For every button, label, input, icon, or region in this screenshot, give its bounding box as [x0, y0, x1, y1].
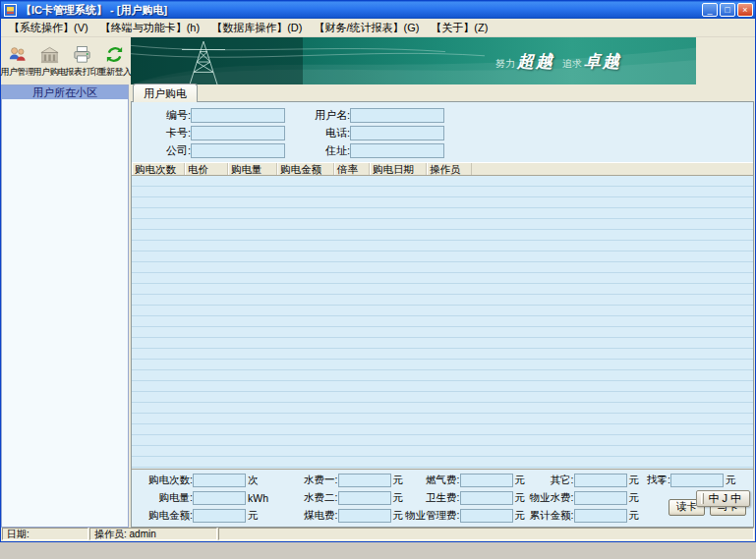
number-field-group: 编号:	[140, 108, 285, 123]
toolbar-report-print-button[interactable]: 报表打印	[66, 37, 98, 84]
gas-fee-input[interactable]	[460, 474, 513, 487]
main-area: 用户购电 编号: 用户名: 卡号:	[130, 84, 755, 528]
gas-fee-unit: 元	[515, 474, 526, 487]
toolbar-user-management-button[interactable]: 用户管理	[1, 37, 33, 84]
property-mgmt-fee-input[interactable]	[460, 509, 513, 523]
company-field-group: 公司:	[140, 143, 285, 158]
maximize-button[interactable]: □	[720, 3, 735, 17]
address-label: 住址:	[299, 143, 350, 158]
gas-fee-group: 燃气费: 元	[403, 474, 525, 487]
menu-finance-reports[interactable]: 【财务/统计报表】(G)	[308, 19, 425, 37]
card-number-input[interactable]	[191, 126, 285, 140]
coal-fee-label: 煤电费:	[297, 509, 338, 523]
slogan-big-1: 超越	[517, 52, 554, 71]
sidebar: 用户所在小区	[1, 84, 129, 528]
user-purchase-panel: 编号: 用户名: 卡号: 电话:	[131, 101, 754, 528]
menu-system-operations[interactable]: 【系统操作】(V)	[3, 19, 94, 37]
purchase-energy-input[interactable]	[193, 491, 246, 505]
users-icon	[7, 44, 28, 65]
sidebar-header: 用户所在小区	[2, 85, 128, 99]
other-fee-input[interactable]	[574, 474, 627, 487]
tab-strip: 用户购电	[131, 84, 754, 101]
purchase-amount-label: 购电金额:	[134, 509, 193, 523]
menu-terminal-function-card[interactable]: 【终端与功能卡】(h)	[94, 19, 205, 37]
card-number-label: 卡号:	[140, 126, 191, 140]
grid-header-row: 购电次数 电价 购电量 购电金额 倍率 购电日期 操作员	[132, 162, 753, 176]
other-fee-label: 其它:	[525, 474, 574, 487]
minimize-button[interactable]: _	[702, 3, 718, 17]
content-area: 用户所在小区 用户购电 编号: 用户名:	[1, 84, 755, 528]
toolbar-user-purchase-button[interactable]: 用户购电	[33, 37, 66, 84]
ime-grip-handle[interactable]	[701, 493, 704, 504]
phone-input[interactable]	[350, 126, 444, 140]
purchase-energy-group: 购电量: kWh	[134, 491, 297, 505]
company-input[interactable]	[191, 143, 285, 158]
coal-fee-group: 煤电费: 元	[297, 509, 403, 523]
purchase-amount-input[interactable]	[193, 509, 246, 523]
purchase-form: 购电次数: 次 水费一: 元 燃气费: 元 其	[132, 470, 753, 527]
ime-language-bar[interactable]: 中 J 中	[696, 490, 750, 507]
column-header-operator[interactable]: 操作员	[427, 163, 472, 175]
toolbar-relogin-label: 重新登入	[98, 66, 132, 79]
property-mgmt-fee-group: 物业管理费: 元	[403, 509, 525, 523]
toolbar-user-management-label: 用户管理	[1, 66, 34, 79]
change-label: 找零:	[639, 474, 670, 487]
other-fee-unit: 元	[629, 474, 640, 487]
property-water-fee-unit: 元	[629, 491, 640, 505]
property-mgmt-fee-unit: 元	[515, 509, 526, 523]
water-fee1-unit: 元	[393, 474, 404, 487]
building-icon	[39, 44, 60, 65]
coal-fee-input[interactable]	[338, 509, 391, 523]
toolbar-user-purchase-label: 用户购电	[33, 66, 67, 79]
address-input[interactable]	[350, 143, 444, 158]
total-amount-input[interactable]	[574, 509, 627, 523]
status-date: 日期:	[2, 528, 88, 540]
toolbar-relogin-button[interactable]: 重新登入	[98, 37, 131, 84]
toolbar-report-print-label: 报表打印	[66, 66, 99, 79]
close-button[interactable]: ×	[737, 3, 753, 17]
username-field-group: 用户名:	[299, 108, 444, 123]
water-fee2-group: 水费二: 元	[297, 491, 403, 505]
number-input[interactable]	[191, 108, 285, 123]
status-operator: 操作员: admin	[89, 528, 217, 540]
column-header-multiplier[interactable]: 倍率	[334, 163, 370, 175]
username-input[interactable]	[350, 108, 444, 123]
sanitation-fee-input[interactable]	[460, 491, 513, 505]
change-input[interactable]	[670, 474, 724, 487]
purchase-count-input[interactable]	[193, 474, 246, 487]
total-amount-label: 累计金额:	[525, 509, 574, 523]
other-fee-group: 其它: 元	[525, 474, 639, 487]
property-water-fee-input[interactable]	[574, 491, 627, 505]
ime-mode-text[interactable]: 中 J 中	[708, 491, 741, 506]
banner-slogan: 努力超越追求卓越	[494, 50, 627, 73]
window-title: 【IC卡管理系统】 - [用户购电]	[21, 3, 700, 18]
card-number-field-group: 卡号:	[140, 126, 285, 140]
column-header-energy[interactable]: 购电量	[228, 163, 277, 175]
purchase-amount-unit: 元	[248, 509, 259, 523]
banner: 努力超越追求卓越	[131, 37, 696, 84]
menu-database-operations[interactable]: 【数据库操作】(D)	[205, 19, 308, 37]
water-fee2-input[interactable]	[338, 491, 391, 505]
toolbar: 用户管理 用户购电 报表打印	[1, 37, 755, 84]
app-icon[interactable]	[4, 4, 17, 17]
sidebar-district-tree[interactable]	[2, 99, 128, 527]
column-header-purchase-date[interactable]: 购电日期	[370, 163, 427, 175]
purchase-amount-group: 购电金额: 元	[134, 509, 297, 523]
company-label: 公司:	[140, 143, 191, 158]
phone-label: 电话:	[299, 126, 350, 140]
sanitation-fee-group: 卫生费: 元	[403, 491, 525, 505]
status-bar: 日期: 操作员: admin	[2, 528, 754, 540]
column-header-purchase-count[interactable]: 购电次数	[132, 163, 185, 175]
tab-user-purchase[interactable]: 用户购电	[133, 84, 198, 102]
purchase-count-label: 购电次数:	[134, 474, 193, 487]
water-fee1-input[interactable]	[338, 474, 391, 487]
address-field-group: 住址:	[299, 143, 444, 158]
menu-about[interactable]: 【关于】(Z)	[425, 19, 494, 37]
column-header-amount[interactable]: 购电金额	[277, 163, 334, 175]
number-label: 编号:	[140, 108, 191, 123]
slogan-small-2: 追求	[562, 58, 582, 69]
sanitation-fee-unit: 元	[515, 491, 526, 505]
change-unit: 元	[726, 474, 736, 487]
column-header-price[interactable]: 电价	[185, 163, 228, 175]
purchase-records-grid[interactable]	[132, 176, 753, 470]
